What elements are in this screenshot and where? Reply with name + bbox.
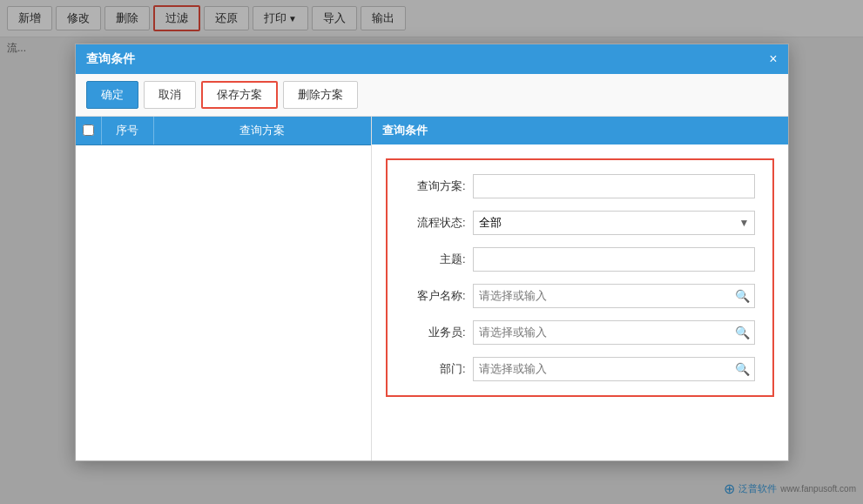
query-panel-header: 查询条件: [372, 117, 788, 144]
modal-overlay: 查询条件 × 确定 取消 保存方案 删除方案 序号 查询方案: [0, 0, 863, 504]
header-index: 序号: [102, 117, 154, 144]
form-row-status: 流程状态: 全部 进行中 已完成 已取消 ▼: [405, 211, 755, 235]
empty-plan-rows: [76, 145, 371, 424]
plan-list-rows: [76, 145, 371, 460]
label-subject: 主题:: [405, 252, 466, 267]
input-customer[interactable]: [473, 284, 755, 308]
plan-list-panel: 序号 查询方案: [76, 117, 372, 460]
cancel-button[interactable]: 取消: [144, 81, 196, 109]
label-status: 流程状态:: [405, 215, 466, 231]
header-plan-name: 查询方案: [154, 117, 371, 144]
form-row-subject: 主题:: [405, 247, 755, 272]
dialog-close-button[interactable]: ×: [769, 52, 777, 66]
label-plan: 查询方案:: [405, 178, 466, 194]
input-wrapper-customer: 🔍: [473, 284, 755, 308]
dialog-body: 序号 查询方案 查询条件 查询方案:: [76, 117, 788, 460]
delete-plan-button[interactable]: 删除方案: [283, 81, 358, 109]
plan-list-header: 序号 查询方案: [76, 117, 371, 145]
input-plan[interactable]: [473, 174, 755, 198]
input-salesperson[interactable]: [473, 320, 755, 345]
form-row-plan: 查询方案:: [405, 174, 755, 198]
input-wrapper-salesperson: 🔍: [473, 320, 755, 345]
select-wrapper-status: 全部 进行中 已完成 已取消 ▼: [473, 211, 755, 235]
confirm-button[interactable]: 确定: [86, 81, 138, 109]
query-panel: 查询条件 查询方案: 流程状态: 全部: [372, 117, 788, 460]
form-row-customer: 客户名称: 🔍: [405, 284, 755, 308]
header-checkbox[interactable]: [83, 124, 94, 136]
input-department[interactable]: [473, 357, 755, 381]
dialog: 查询条件 × 确定 取消 保存方案 删除方案 序号 查询方案: [75, 44, 789, 461]
form-row-salesperson: 业务员: 🔍: [405, 320, 755, 345]
label-customer: 客户名称:: [405, 288, 466, 304]
input-wrapper-department: 🔍: [473, 357, 755, 381]
label-department: 部门:: [405, 361, 466, 377]
select-status[interactable]: 全部 进行中 已完成 已取消: [473, 211, 755, 235]
header-checkbox-cell: [76, 117, 102, 144]
label-salesperson: 业务员:: [405, 325, 466, 340]
dialog-title: 查询条件: [86, 51, 135, 67]
form-row-department: 部门: 🔍: [405, 357, 755, 381]
query-form-box: 查询方案: 流程状态: 全部 进行中 已完成 已取消: [386, 158, 774, 397]
input-subject[interactable]: [473, 247, 755, 272]
dialog-actions: 确定 取消 保存方案 删除方案: [76, 74, 788, 117]
dialog-header: 查询条件 ×: [76, 44, 788, 74]
save-plan-button[interactable]: 保存方案: [201, 81, 278, 109]
query-panel-body: 查询方案: 流程状态: 全部 进行中 已完成 已取消: [372, 144, 788, 460]
